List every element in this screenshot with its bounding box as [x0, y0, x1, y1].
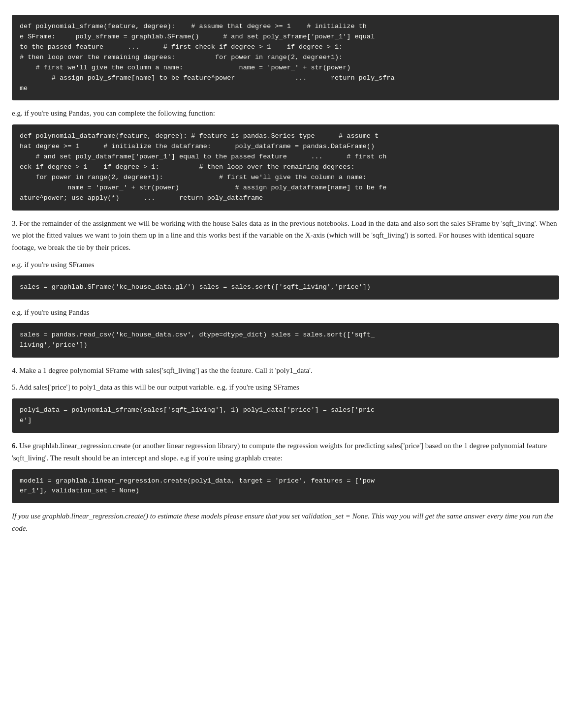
point3-text: 3. For the remainder of the assignment w… — [12, 217, 559, 254]
code-block-6: model1 = graphlab.linear_regression.crea… — [12, 469, 559, 504]
point6-label: 6. — [12, 442, 17, 450]
intro-pandas-text: e.g. if you're using Pandas, you can com… — [12, 107, 559, 120]
point6-text: 6. Use graphlab.linear_regression.create… — [12, 440, 559, 464]
eg-sframes-label: e.g. if you're using SFrames — [12, 259, 559, 271]
code-block-3: sales = graphlab.SFrame('kc_house_data.g… — [12, 275, 559, 300]
eg-pandas-label: e.g. if you're using Pandas — [12, 306, 559, 318]
point5-text: 5. Add sales['price'] to poly1_data as t… — [12, 381, 559, 394]
code-block-1: def polynomial_sframe(feature, degree): … — [12, 15, 559, 100]
code-block-2: def polynomial_dataframe(feature, degree… — [12, 124, 559, 210]
footer-italic-text: If you use graphlab.linear_regression.cr… — [12, 510, 559, 535]
point6-body: Use graphlab.linear_regression.create (o… — [12, 442, 547, 462]
code-block-5: poly1_data = polynomial_sframe(sales['sq… — [12, 398, 559, 433]
code-block-4: sales = pandas.read_csv('kc_house_data.c… — [12, 323, 559, 358]
point4-text: 4. Make a 1 degree polynomial SFrame wit… — [12, 364, 559, 377]
